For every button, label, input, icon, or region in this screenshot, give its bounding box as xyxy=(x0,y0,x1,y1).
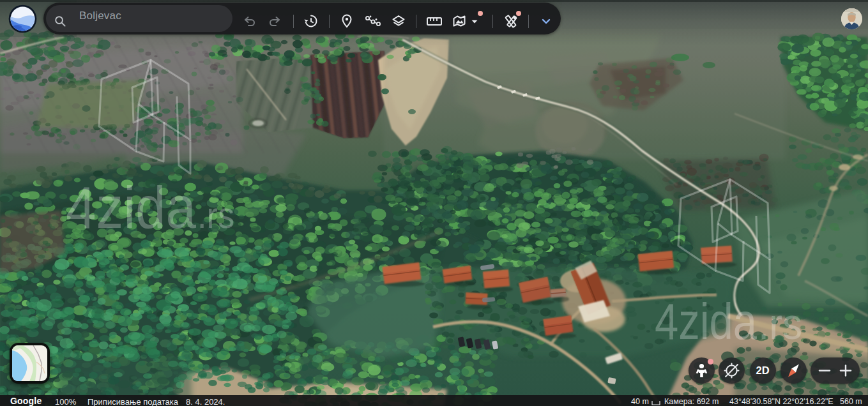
svg-text:4zida: 4zida xyxy=(655,293,757,345)
svg-text:.rs: .rs xyxy=(197,195,234,236)
svg-text:.rs: .rs xyxy=(758,299,802,345)
svg-text:4zida: 4zida xyxy=(66,175,197,240)
